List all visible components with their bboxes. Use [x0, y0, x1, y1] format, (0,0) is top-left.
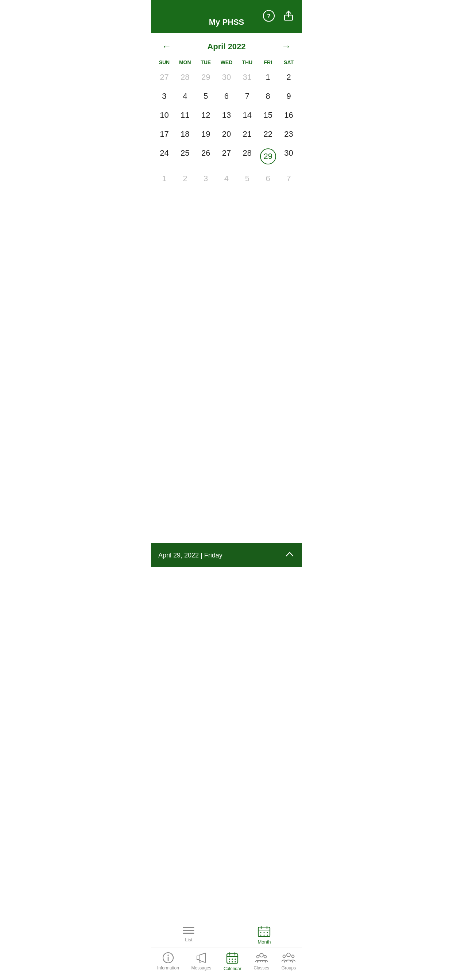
calendar-day[interactable]: 6	[257, 170, 278, 187]
month-year-title: April 2022	[207, 42, 246, 51]
svg-point-32	[235, 961, 236, 963]
calendar-day[interactable]: 3	[196, 170, 216, 187]
calendar-day[interactable]: 28	[175, 69, 196, 86]
nav-item-messages[interactable]: Messages	[188, 951, 215, 970]
calendar-day[interactable]: 22	[257, 126, 278, 143]
event-content-area	[151, 567, 302, 920]
svg-point-28	[232, 958, 233, 960]
calendar-day[interactable]: 29	[257, 145, 278, 168]
svg-point-29	[235, 958, 236, 960]
calendar-day[interactable]: 20	[216, 126, 237, 143]
prev-month-button[interactable]: ←	[158, 40, 175, 54]
share-icon	[282, 10, 295, 22]
information-nav-icon	[162, 951, 174, 964]
svg-point-37	[283, 955, 286, 958]
next-month-button[interactable]: →	[278, 40, 295, 54]
svg-point-18	[167, 955, 169, 956]
svg-point-15	[267, 935, 268, 936]
svg-point-12	[267, 932, 268, 933]
calendar-day[interactable]: 28	[237, 145, 257, 168]
svg-point-36	[287, 953, 290, 957]
groups-nav-icon	[282, 951, 295, 964]
nav-item-groups[interactable]: Groups	[278, 951, 300, 970]
svg-point-38	[292, 955, 294, 958]
calendar-day[interactable]: 30	[278, 145, 299, 168]
calendar-day[interactable]: 26	[196, 145, 216, 168]
messages-nav-icon	[195, 951, 207, 964]
day-header-thu: THU	[237, 57, 257, 67]
svg-point-35	[264, 956, 266, 958]
calendar-day[interactable]: 17	[154, 126, 175, 143]
calendar-day[interactable]: 23	[278, 126, 299, 143]
day-headers: SUN MON TUE WED THU FRI SAT	[154, 57, 299, 67]
calendar-day[interactable]: 9	[278, 88, 299, 105]
svg-point-27	[229, 958, 231, 960]
svg-point-30	[229, 961, 231, 963]
list-view-label: List	[185, 937, 192, 942]
calendar-day[interactable]: 15	[257, 107, 278, 124]
calendar-day[interactable]: 24	[154, 145, 175, 168]
calendar-day[interactable]: 13	[216, 107, 237, 124]
calendar-day[interactable]: 1	[257, 69, 278, 86]
calendar-day[interactable]: 27	[216, 145, 237, 168]
calendar-day[interactable]: 3	[154, 88, 175, 105]
svg-point-11	[264, 932, 265, 933]
calendar-day[interactable]: 8	[257, 88, 278, 105]
calendar-day[interactable]: 30	[216, 69, 237, 86]
nav-item-information[interactable]: Information	[153, 951, 183, 970]
day-header-tue: TUE	[196, 57, 216, 67]
list-view-button[interactable]: List	[171, 924, 206, 946]
nav-label-information: Information	[157, 966, 179, 970]
calendar-day[interactable]: 25	[175, 145, 196, 168]
calendar-day[interactable]: 5	[196, 88, 216, 105]
svg-text:?: ?	[267, 13, 271, 20]
calendar-day[interactable]: 16	[278, 107, 299, 124]
svg-point-31	[232, 961, 233, 963]
scroll-up-button[interactable]	[284, 549, 295, 562]
calendar-day[interactable]: 11	[175, 107, 196, 124]
help-icon: ?	[263, 10, 275, 22]
calendar-day[interactable]: 14	[237, 107, 257, 124]
svg-point-10	[260, 932, 262, 933]
day-header-wed: WED	[216, 57, 237, 67]
svg-point-14	[264, 935, 265, 936]
up-arrow-icon	[284, 549, 295, 559]
calendar-day[interactable]: 4	[216, 170, 237, 187]
calendar-day[interactable]: 29	[196, 69, 216, 86]
calendar-day[interactable]: 18	[175, 126, 196, 143]
calendar-day[interactable]: 7	[237, 88, 257, 105]
calendar-day[interactable]: 6	[216, 88, 237, 105]
calendar-day[interactable]: 2	[278, 69, 299, 86]
calendar-day[interactable]: 12	[196, 107, 216, 124]
svg-marker-20	[199, 953, 205, 963]
calendar-day[interactable]: 2	[175, 170, 196, 187]
list-icon	[182, 925, 195, 935]
selected-date-bar: April 29, 2022 | Friday	[151, 543, 302, 567]
calendar-day[interactable]: 10	[154, 107, 175, 124]
nav-item-classes[interactable]: Classes	[250, 951, 273, 970]
nav-item-calendar[interactable]: Calendar	[220, 951, 245, 971]
calendar-day[interactable]: 4	[175, 88, 196, 105]
help-button[interactable]: ?	[261, 8, 276, 25]
selected-date-text: April 29, 2022 | Friday	[158, 552, 222, 559]
classes-nav-icon	[255, 951, 268, 964]
app-title: My PHSS	[209, 18, 244, 27]
calendar-nav-icon	[226, 951, 239, 965]
share-button[interactable]	[281, 8, 296, 25]
calendar-day[interactable]: 5	[237, 170, 257, 187]
calendar-nav: ← April 2022 →	[151, 33, 302, 57]
calendar-day[interactable]: 21	[237, 126, 257, 143]
nav-label-classes: Classes	[254, 966, 269, 970]
view-toggle-bar: List Month	[151, 920, 302, 948]
nav-label-calendar: Calendar	[223, 966, 241, 971]
calendar-day[interactable]: 27	[154, 69, 175, 86]
calendar-day[interactable]: 31	[237, 69, 257, 86]
month-view-button[interactable]: Month	[247, 924, 282, 946]
calendar-day[interactable]: 19	[196, 126, 216, 143]
bottom-navigation: Information Messages Calendar	[151, 948, 302, 980]
month-calendar-icon	[257, 925, 271, 938]
nav-label-groups: Groups	[282, 966, 296, 970]
day-header-mon: MON	[175, 57, 196, 67]
calendar-day[interactable]: 1	[154, 170, 175, 187]
calendar-day[interactable]: 7	[278, 170, 299, 187]
